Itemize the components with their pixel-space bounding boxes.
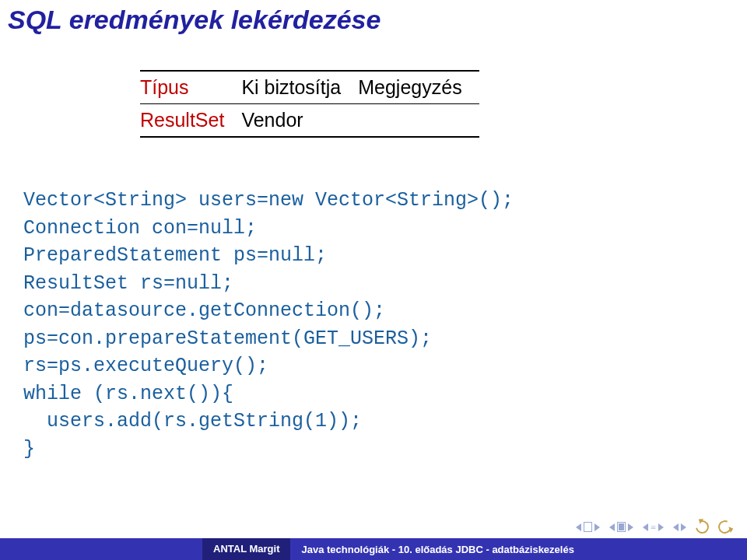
cell-col2: Vendor bbox=[241, 104, 358, 138]
cell-col3 bbox=[358, 104, 479, 138]
footer-bar: ANTAL Margit Java technológiák - 10. elő… bbox=[0, 538, 747, 560]
nav-prev-section[interactable] bbox=[609, 522, 633, 532]
triangle-right-icon bbox=[658, 523, 664, 531]
page-title: SQL eredmények lekérdezése bbox=[8, 5, 381, 35]
nav-controls: ≡ bbox=[576, 520, 731, 534]
subsection-icon: ≡ bbox=[651, 523, 656, 532]
triangle-right-icon bbox=[681, 523, 686, 531]
triangle-left-icon bbox=[609, 523, 615, 531]
triangle-right-icon bbox=[594, 523, 600, 531]
slide: SQL eredmények lekérdezése Típus Ki bizt… bbox=[0, 0, 747, 560]
redo-icon[interactable] bbox=[717, 519, 734, 536]
cell-col1: ResultSet bbox=[140, 104, 241, 138]
header-col1: Típus bbox=[140, 71, 241, 104]
type-table: Típus Ki biztosítja Megjegyzés ResultSet… bbox=[140, 70, 479, 138]
section-icon bbox=[617, 522, 626, 532]
footer-topic: Java technológiák - 10. előadás JDBC - a… bbox=[290, 544, 747, 555]
page-icon bbox=[584, 522, 592, 532]
nav-prev-subsection[interactable]: ≡ bbox=[643, 523, 664, 532]
header-col3: Megjegyzés bbox=[358, 71, 479, 104]
triangle-left-icon bbox=[643, 523, 648, 531]
footer-author: ANTAL Margit bbox=[202, 538, 290, 560]
table-row: ResultSet Vendor bbox=[140, 104, 479, 138]
table-header-row: Típus Ki biztosítja Megjegyzés bbox=[140, 71, 479, 104]
header-col2: Ki biztosítja bbox=[241, 71, 358, 104]
code-block: Vector<String> users=new Vector<String>(… bbox=[23, 187, 514, 463]
undo-icon[interactable] bbox=[693, 518, 712, 537]
nav-prev-slide[interactable] bbox=[576, 522, 600, 532]
triangle-left-icon bbox=[576, 523, 581, 531]
triangle-right-icon bbox=[628, 523, 633, 531]
nav-prev-frame[interactable] bbox=[673, 523, 686, 531]
triangle-left-icon bbox=[673, 523, 679, 531]
